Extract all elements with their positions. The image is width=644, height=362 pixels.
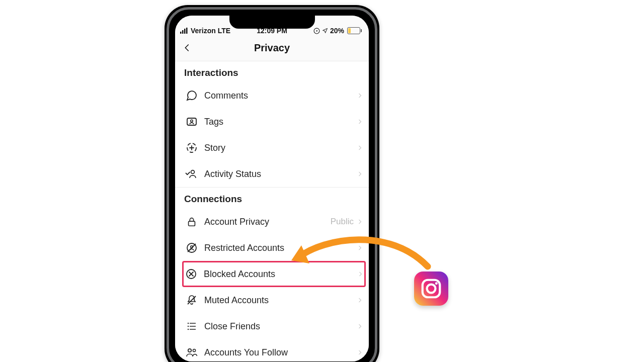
settings-row-activity-status[interactable]: Activity Status [175,161,369,187]
chevron-right-icon [357,169,363,178]
svg-line-12 [188,244,196,252]
row-label: Story [199,143,357,153]
settings-row-account-privacy[interactable]: Account Privacy Public [175,209,369,235]
lock-icon [184,216,199,228]
svg-point-22 [193,349,195,351]
settings-row-close-friends[interactable]: Close Friends [175,313,369,339]
restricted-icon [184,242,199,254]
row-label: Muted Accounts [199,295,357,306]
svg-rect-0 [180,32,182,34]
phone-notch [229,16,315,29]
tags-icon [184,116,199,128]
battery-text: 20% [330,27,344,35]
settings-row-muted-accounts[interactable]: Muted Accounts [175,287,369,313]
activity-status-icon [184,168,199,180]
settings-row-tags[interactable]: Tags [175,109,369,135]
carrier-text: Verizon LTE [191,27,230,35]
close-friends-icon [184,320,199,332]
row-label: Close Friends [199,321,357,332]
section-header-interactions: Interactions [175,61,369,82]
row-label: Accounts You Follow [199,347,357,358]
blocked-icon [184,268,199,280]
page-title: Privacy [175,42,369,54]
row-label: Blocked Accounts [199,269,357,280]
svg-point-6 [191,120,193,122]
settings-row-restricted-accounts[interactable]: Restricted Accounts [175,235,369,261]
chevron-right-icon [357,91,363,100]
settings-row-comments[interactable]: Comments [175,82,369,109]
svg-point-21 [188,349,191,352]
row-detail: Public [331,217,357,227]
section-header-connections: Connections [175,188,369,209]
svg-point-24 [427,285,436,293]
settings-content: Interactions Comments [175,61,369,361]
chevron-right-icon [357,322,363,331]
chevron-right-icon [357,117,363,126]
chevron-right-icon [357,348,363,357]
svg-point-8 [191,170,195,174]
settings-row-blocked-accounts[interactable]: Blocked Accounts [182,261,366,287]
svg-point-15 [188,323,189,324]
row-label: Tags [199,117,357,127]
row-label: Restricted Accounts [199,243,357,253]
comment-icon [184,89,199,102]
chevron-right-icon [357,269,363,279]
svg-point-19 [188,329,189,330]
svg-point-17 [188,326,189,327]
accounts-follow-icon [184,346,199,358]
battery-icon [346,27,362,34]
svg-point-25 [435,282,438,285]
phone-frame: Verizon LTE 12:09 PM 20% [165,5,379,362]
chevron-right-icon [357,143,363,152]
chevron-right-icon [357,296,363,305]
svg-rect-3 [186,28,188,34]
settings-row-accounts-you-follow[interactable]: Accounts You Follow [175,339,369,361]
row-label: Comments [199,90,357,101]
nav-header: Privacy [175,35,369,61]
compass-icon [313,28,320,34]
settings-row-story[interactable]: Story [175,135,369,161]
svg-rect-9 [189,221,195,226]
row-label: Activity Status [199,169,357,179]
story-icon [184,142,199,154]
svg-rect-2 [184,29,186,34]
row-label: Account Privacy [199,217,331,227]
muted-icon [184,294,199,306]
cell-signal-icon [180,28,188,34]
chevron-right-icon [357,243,363,252]
chevron-right-icon [357,217,363,226]
svg-rect-1 [182,30,184,34]
location-icon [322,28,328,34]
instagram-icon [414,272,448,306]
